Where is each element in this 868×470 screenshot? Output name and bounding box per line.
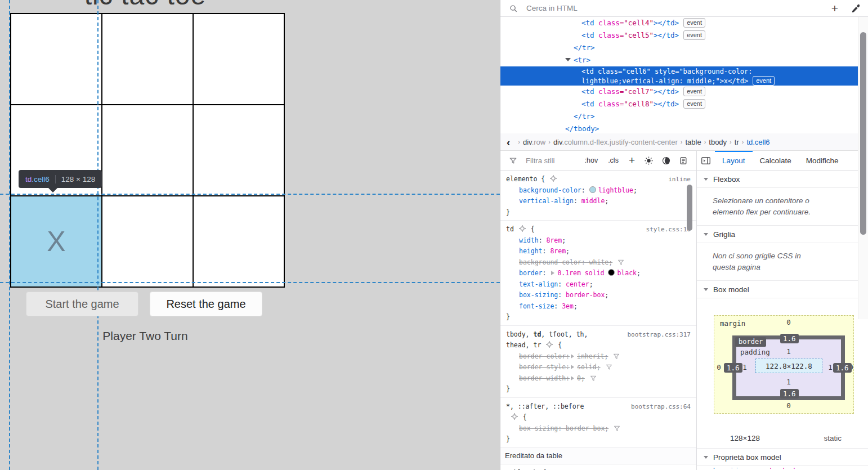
stylesheet-source-link[interactable]: style.css:10: [646, 224, 691, 235]
css-rule: td {style.css:10width: 8rem;height: 8rem…: [500, 221, 696, 326]
padding-right-value[interactable]: 1: [825, 363, 836, 371]
css-selector-line[interactable]: table {style.css:20: [506, 468, 691, 470]
css-declaration[interactable]: width: 8rem;: [506, 235, 691, 247]
markup-line[interactable]: </tbody>: [500, 123, 868, 133]
breadcrumb-item[interactable]: tbody: [709, 138, 727, 146]
markup-line[interactable]: <td class="cell7"></td>event: [500, 86, 868, 98]
markup-line[interactable]: <tr>: [500, 54, 868, 66]
funnel-icon[interactable]: [613, 353, 620, 360]
funnel-icon[interactable]: [590, 375, 597, 382]
css-declaration[interactable]: height: 8rem;: [506, 246, 691, 257]
content-box[interactable]: 122.8×122.8: [755, 359, 822, 373]
reset-game-button[interactable]: Reset the game: [150, 292, 262, 316]
target-icon[interactable]: [519, 225, 526, 232]
pseudo-class-toggle[interactable]: :hov: [580, 156, 603, 164]
css-declaration[interactable]: border-style:solid;: [506, 362, 691, 373]
target-icon[interactable]: [511, 413, 518, 420]
section-flexbox-header[interactable]: Flexbox: [697, 171, 868, 188]
add-rule-button[interactable]: +: [624, 154, 640, 167]
board-cell[interactable]: [11, 14, 102, 105]
board-cell[interactable]: [193, 196, 284, 287]
css-selector-line[interactable]: thead, tr {: [506, 340, 691, 351]
border-bottom-value[interactable]: 1.6: [780, 389, 799, 399]
twisty-icon[interactable]: [565, 58, 571, 61]
print-media-icon[interactable]: [675, 156, 692, 165]
margin-top-value[interactable]: 0: [783, 318, 794, 326]
css-declaration[interactable]: border-color:inherit;: [506, 351, 691, 362]
search-input[interactable]: [525, 3, 823, 13]
target-icon[interactable]: [546, 341, 553, 348]
css-declaration[interactable]: vertical-align: middle;: [506, 196, 691, 207]
breadcrumb-item[interactable]: table: [685, 138, 701, 146]
css-declaration[interactable]: background-color: white;: [506, 257, 691, 268]
css-declaration[interactable]: border-width:0;: [506, 373, 691, 384]
markup-line[interactable]: <td class="cell8"></td>event: [500, 98, 868, 110]
add-node-button[interactable]: +: [826, 1, 843, 16]
css-declaration[interactable]: font-size: 3em;: [506, 301, 691, 312]
margin-left-value[interactable]: 0: [713, 363, 724, 371]
breadcrumb-item[interactable]: tr: [735, 138, 739, 146]
stylesheet-source-link[interactable]: style.css:20: [646, 468, 691, 470]
tab-calcolate[interactable]: Calcolate: [753, 151, 799, 171]
target-icon[interactable]: [550, 175, 557, 182]
board-cell[interactable]: [193, 105, 284, 196]
light-theme-icon[interactable]: [640, 156, 657, 165]
section-box-model-props-header[interactable]: Proprietà box model: [697, 449, 868, 466]
padding-left-value[interactable]: 1: [739, 363, 750, 371]
css-declaration[interactable]: box-sizing: border-box;: [506, 290, 691, 301]
markup-line[interactable]: <td class="cell4"></td>event: [500, 17, 868, 29]
dark-theme-icon[interactable]: [657, 156, 675, 165]
class-toggle[interactable]: .cls: [603, 156, 624, 164]
stylesheet-source-link[interactable]: inline: [668, 174, 691, 185]
css-declaration[interactable]: border: 0.1rem solid black;: [506, 268, 691, 279]
box-model-property-row[interactable]: box-sizingborder-box: [697, 466, 868, 469]
event-badge[interactable]: event: [683, 87, 705, 96]
event-badge[interactable]: event: [753, 76, 775, 86]
eyedropper-icon[interactable]: [847, 1, 863, 16]
border-top-value[interactable]: 1.6: [780, 334, 799, 343]
board-cell[interactable]: [193, 14, 284, 105]
board-cell[interactable]: [102, 105, 193, 196]
css-declaration[interactable]: box-sizing: border-box;: [506, 423, 691, 435]
funnel-icon[interactable]: [618, 259, 624, 266]
css-selector-line[interactable]: *, ::after, ::beforebootstrap.css:64: [506, 401, 691, 413]
event-badge[interactable]: event: [683, 18, 705, 28]
styles-scrollbar-thumb[interactable]: [687, 185, 692, 231]
breadcrumb-item[interactable]: td.cell6: [746, 138, 769, 146]
board-cell[interactable]: [102, 196, 193, 287]
markup-line[interactable]: </tr>: [500, 110, 868, 123]
filter-styles-input[interactable]: [525, 156, 580, 165]
funnel-icon[interactable]: [606, 364, 612, 370]
padding-top-value[interactable]: 1: [783, 347, 794, 356]
selected-cell[interactable]: X: [11, 196, 102, 287]
css-declaration[interactable]: text-align: center;: [506, 279, 691, 290]
tab-layout[interactable]: Layout: [715, 151, 753, 171]
section-box-model-header[interactable]: Box model: [697, 281, 868, 298]
breadcrumb-back-button[interactable]: ‹: [502, 134, 515, 150]
funnel-icon[interactable]: [614, 425, 620, 432]
markup-line-selected[interactable]: <td class="cell6" style="background-colo…: [500, 66, 868, 86]
css-selector-line[interactable]: td {style.css:10: [506, 224, 691, 235]
board-cell[interactable]: [102, 14, 193, 105]
markup-line[interactable]: </tr>: [500, 42, 868, 54]
breadcrumb-item-tag: table: [685, 138, 701, 146]
css-selector-line[interactable]: elemento { inline: [506, 174, 691, 185]
breadcrumb-item[interactable]: div.column.d-flex.justify-content-center: [553, 138, 678, 146]
tab-modifiche[interactable]: Modifiche: [799, 151, 839, 171]
layout-scrollbar[interactable]: [858, 20, 868, 319]
stylesheet-source-link[interactable]: bootstrap.css:64: [631, 401, 691, 413]
event-badge[interactable]: event: [683, 99, 705, 109]
panel-toggle-icon[interactable]: [697, 157, 715, 164]
layout-scrollbar-thumb[interactable]: [860, 32, 866, 235]
css-selector-line[interactable]: tbody, td, tfoot, th,bootstrap.css:317: [506, 329, 691, 341]
section-grid-header[interactable]: Griglia: [697, 226, 868, 243]
start-game-button[interactable]: Start the game: [26, 292, 138, 316]
css-selector-line[interactable]: {: [506, 412, 691, 423]
stylesheet-source-link[interactable]: bootstrap.css:317: [627, 329, 691, 341]
css-declaration[interactable]: background-color: lightblue;: [506, 185, 691, 196]
event-badge[interactable]: event: [683, 30, 705, 40]
margin-bottom-value[interactable]: 0: [783, 401, 794, 410]
breadcrumb-item[interactable]: div.row: [523, 138, 545, 146]
markup-line[interactable]: <td class="cell5"></td>event: [500, 29, 868, 42]
padding-bottom-value[interactable]: 1: [783, 378, 794, 386]
